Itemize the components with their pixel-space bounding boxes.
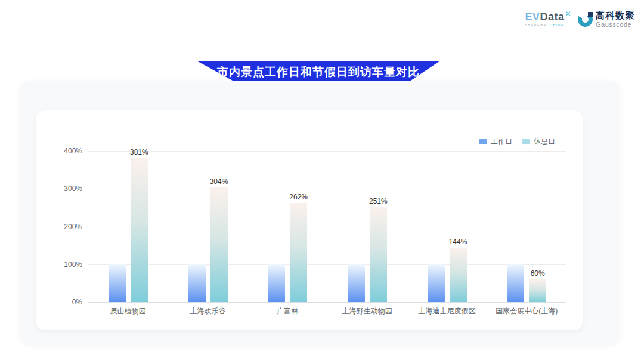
bar-holiday-4: 144% bbox=[450, 248, 467, 302]
x-axis-label: 上海欢乐谷 bbox=[168, 306, 248, 316]
legend-label: 休息日 bbox=[534, 137, 555, 147]
bar-workday-0 bbox=[109, 264, 126, 302]
bar-value-label: 251% bbox=[369, 197, 388, 205]
content-panel: 工作日休息日 400%300%200%100%0% 381%304%262%25… bbox=[19, 81, 620, 346]
legend-item-1[interactable]: 休息日 bbox=[522, 137, 555, 147]
bar-workday-1 bbox=[188, 264, 206, 302]
bar-workday-4 bbox=[428, 264, 445, 302]
header-logos: EVData✕ SHANGHAI CHINA 高科数聚 Gausscode bbox=[525, 11, 635, 28]
y-tick-label: 0% bbox=[72, 298, 82, 306]
evdata-logo: EVData✕ SHANGHAI CHINA bbox=[525, 11, 571, 27]
evdata-data-text: Data bbox=[540, 11, 564, 23]
x-axis-label: 广富林 bbox=[247, 306, 327, 316]
bar-workday-2 bbox=[268, 264, 285, 302]
y-tick-label: 100% bbox=[64, 260, 82, 269]
x-axis-label: 国家会展中心(上海) bbox=[487, 306, 566, 316]
bar-value-label: 144% bbox=[449, 238, 467, 246]
x-axis-label: 辰山植物园 bbox=[88, 306, 168, 316]
gausscode-cn-name: 高科数聚 bbox=[596, 11, 635, 21]
legend-marker-icon bbox=[522, 139, 530, 144]
gausscode-g-icon bbox=[578, 12, 593, 27]
bar-group: 251% bbox=[327, 151, 407, 302]
gausscode-en-name: Gausscode bbox=[596, 21, 635, 28]
bar-group: 262% bbox=[247, 151, 327, 302]
bar-value-label: 262% bbox=[289, 193, 308, 201]
page: EVData✕ SHANGHAI CHINA 高科数聚 Gausscode 市内… bbox=[0, 0, 644, 363]
bar-group: 144% bbox=[407, 151, 487, 302]
bar-holiday-0: 381% bbox=[131, 158, 148, 302]
bar-holiday-3: 251% bbox=[370, 207, 387, 302]
bars-container: 381%304%262%251%144%60% bbox=[88, 151, 566, 302]
bar-holiday-2: 262% bbox=[290, 203, 307, 302]
evdata-subtext: SHANGHAI CHINA bbox=[525, 23, 564, 27]
x-axis-label: 上海野生动物园 bbox=[327, 306, 407, 316]
chart-legend: 工作日休息日 bbox=[479, 137, 555, 147]
bar-group: 304% bbox=[168, 151, 248, 302]
bar-value-label: 304% bbox=[210, 177, 228, 186]
bar-holiday-5: 60% bbox=[529, 279, 546, 302]
legend-item-0[interactable]: 工作日 bbox=[479, 137, 512, 147]
x-axis-label: 上海迪士尼度假区 bbox=[407, 306, 487, 316]
chart-card: 工作日休息日 400%300%200%100%0% 381%304%262%25… bbox=[36, 110, 583, 330]
y-tick-label: 400% bbox=[64, 147, 82, 155]
chart-title: 市内景点工作日和节假日到访车量对比 bbox=[217, 64, 420, 80]
evdata-wordmark: EVData✕ bbox=[525, 11, 571, 22]
y-tick-label: 200% bbox=[64, 223, 82, 231]
legend-marker-icon bbox=[479, 139, 487, 144]
chart-title-banner: 市内景点工作日和节假日到访车量对比 bbox=[197, 61, 440, 83]
evdata-x-icon: ✕ bbox=[565, 10, 571, 18]
legend-label: 工作日 bbox=[491, 137, 512, 147]
gridline bbox=[88, 302, 566, 303]
y-axis: 400%300%200%100%0% bbox=[36, 151, 82, 302]
evdata-ev-text: EV bbox=[525, 11, 540, 23]
gausscode-logo: 高科数聚 Gausscode bbox=[578, 11, 635, 28]
y-tick-label: 300% bbox=[64, 184, 82, 193]
x-axis-labels: 辰山植物园上海欢乐谷广富林上海野生动物园上海迪士尼度假区国家会展中心(上海) bbox=[88, 306, 566, 316]
bar-holiday-1: 304% bbox=[210, 187, 228, 302]
bar-workday-5 bbox=[507, 264, 524, 302]
bar-value-label: 381% bbox=[130, 148, 148, 156]
plot-area: 381%304%262%251%144%60% bbox=[88, 151, 566, 302]
bar-workday-3 bbox=[348, 264, 365, 302]
bar-group: 381% bbox=[88, 151, 168, 302]
bar-value-label: 60% bbox=[531, 269, 545, 278]
bar-group: 60% bbox=[487, 151, 566, 302]
